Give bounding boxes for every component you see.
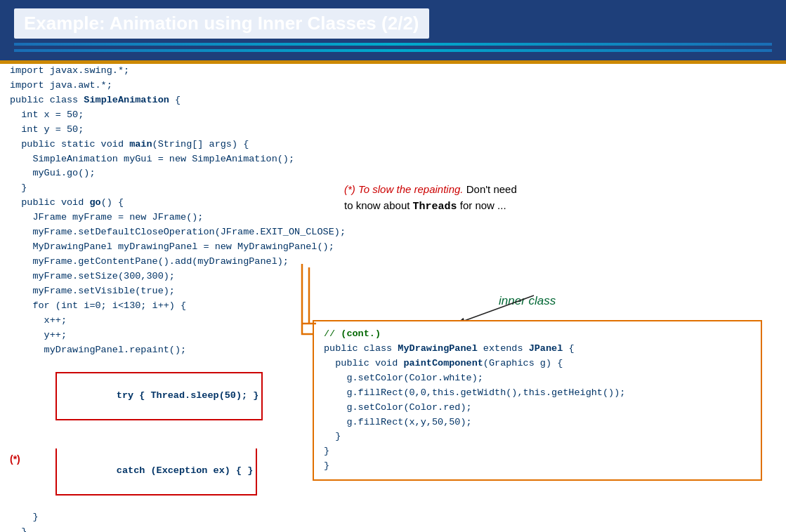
orange-vertical-line [302,267,316,324]
code-line-6: public static void main(String[] args) { [10,138,305,152]
code-line-20: myDrawingPanel.repaint(); [10,343,305,358]
orange-horizontal-line [302,322,316,325]
code-line-9: } [10,181,305,196]
code-line-12: myFrame.setDefaultCloseOperation(JFrame.… [10,225,305,240]
inner-line-2: public void paintComponent(Graphics g) { [324,357,751,371]
page-container: Example: Animation using Inner Classes (… [0,0,786,532]
title-bar: Example: Animation using Inner Classes (… [0,0,786,64]
inner-line-4: g.fillRect(0,0,this.getWidth(),this.getH… [324,386,751,401]
page-title: Example: Animation using Inner Classes (… [24,13,419,34]
inner-comment: // (cont.) [324,327,751,342]
code-line-4: int x = 50; [10,108,305,123]
code-line-3: public class SimpleAnimation { [10,93,305,108]
annotation-code: Threads [413,201,457,213]
code-line-21: } [10,510,305,525]
inner-line-5: g.setColor(Color.red); [324,401,751,415]
code-line-catch: catch (Exception ex) { } [10,435,305,510]
code-line-11: JFrame myFrame = new JFrame(); [10,211,305,225]
inner-line-3: g.setColor(Color.white); [324,371,751,386]
annotation-red: (*) To slow the repainting. [344,183,464,195]
inner-line-7: } [324,430,751,444]
inner-line-6: g.fillRect(x,y,50,50); [324,415,751,430]
code-line-1: import javax.swing.*; [10,64,305,79]
annotation-end: for now ... [457,199,506,211]
code-line-5: int y = 50; [10,123,305,138]
inner-line-1: public class MyDrawingPanel extends JPan… [324,342,751,357]
inner-line-8: } [324,444,751,459]
code-line-13: MyDrawingPanel myDrawingPanel = new MyDr… [10,240,305,255]
code-line-22: } [10,525,305,532]
code-line-10: public void go() { [10,196,305,211]
annotation: (*) To slow the repainting. Don't needto… [344,182,625,215]
star-marker: (*) [10,453,20,465]
code-line-2: import java.awt.*; [10,79,305,93]
svg-line-1 [457,295,534,324]
code-line-8: myGui.go(); [10,166,305,181]
orange-bracket [0,260,337,345]
inner-line-9: } [324,459,751,474]
code-line-try: try { Thread.sleep(50); } [10,357,305,435]
code-line-7: SimpleAnimation myGui = new SimpleAnimat… [10,152,305,167]
inner-class-code: // (cont.) public class MyDrawingPanel e… [313,320,762,481]
content-area: import javax.swing.*; import java.awt.*;… [0,64,786,532]
